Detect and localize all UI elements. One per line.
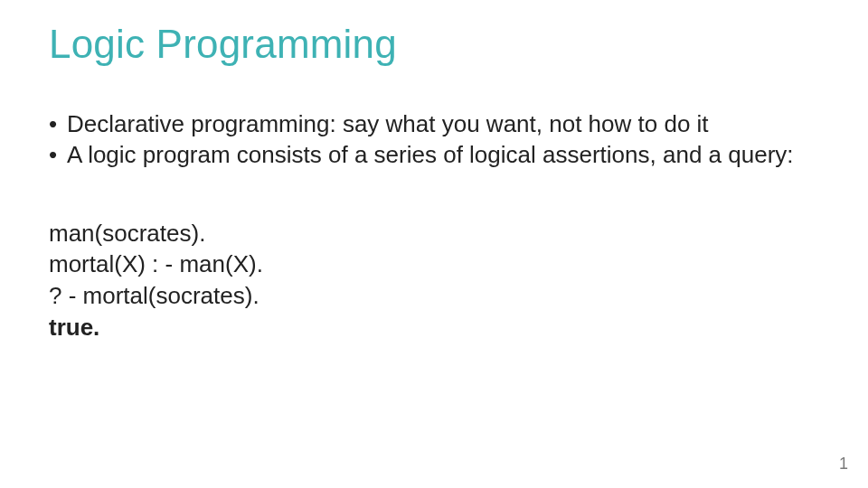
bullet-text: A logic program consists of a series of …	[65, 139, 819, 170]
code-line: mortal(X) : - man(X).	[49, 249, 819, 280]
bullet-text: Declarative programming: say what you wa…	[65, 108, 819, 139]
code-block: man(socrates). mortal(X) : - man(X). ? -…	[49, 218, 819, 343]
code-result: true.	[49, 312, 819, 343]
bullet-marker: •	[49, 108, 65, 139]
code-line: ? - mortal(socrates).	[49, 280, 819, 312]
slide: Logic Programming • Declarative programm…	[0, 0, 868, 488]
page-number: 1	[839, 455, 848, 474]
bullet-marker: •	[49, 139, 65, 170]
bullet-item: • A logic program consists of a series o…	[49, 139, 819, 170]
slide-title: Logic Programming	[49, 22, 819, 67]
code-line: man(socrates).	[49, 218, 819, 249]
bullet-item: • Declarative programming: say what you …	[49, 108, 819, 139]
bullet-list: • Declarative programming: say what you …	[49, 108, 819, 171]
